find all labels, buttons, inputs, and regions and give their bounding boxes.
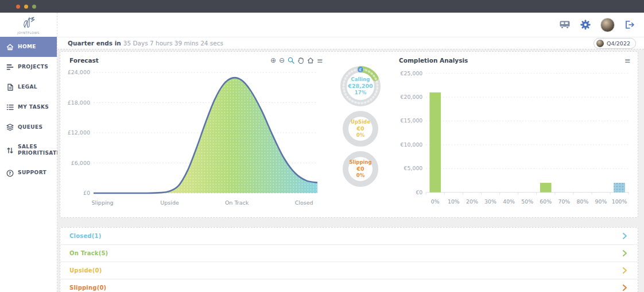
forecast-chart: Forecast ⊕⊖≡ £24,000£18,000£12,000£6,000… (66, 55, 325, 217)
appbar (57, 13, 644, 37)
reset-zoom-icon[interactable] (307, 57, 314, 64)
chart-menu-icon[interactable]: ≡ (317, 57, 323, 64)
completion-title: Completion Analysis (399, 57, 468, 64)
sidebar-item-support[interactable]: ?SUPPORT (0, 163, 57, 183)
sidebar-item-my-tasks[interactable]: MY TASKS (0, 97, 57, 117)
period-selector[interactable]: Q4/2022 (593, 38, 636, 49)
bar-100%[interactable] (614, 183, 625, 193)
accordion-row-on-track[interactable]: On Track(5) (60, 245, 638, 262)
sidebar-item-queues[interactable]: QUEUES (0, 117, 57, 137)
forecast-plot-area[interactable]: £24,000£18,000£12,000£6,000£0SlippingUps… (66, 66, 325, 213)
svg-text:80%: 80% (577, 198, 589, 205)
selection-zoom-icon[interactable] (288, 57, 294, 64)
completion-chart: Completion Analysis ≡ €25,000€20,000€15,… (395, 55, 633, 217)
fleet-icon[interactable] (559, 20, 571, 29)
avatar-photo (600, 18, 615, 32)
tasks-icon (6, 103, 14, 111)
accordion-row-closed[interactable]: Closed(1) (60, 228, 638, 245)
svg-text:€25,000: €25,000 (401, 70, 423, 76)
bar-0%[interactable] (429, 93, 441, 193)
donut-value: €28,200 (348, 83, 373, 90)
svg-text:90%: 90% (595, 198, 607, 205)
zoom-in-icon[interactable]: ⊕ (270, 57, 276, 64)
svg-text:€20,000: €20,000 (401, 94, 423, 100)
accordion-label: Slipping (69, 285, 97, 291)
chevron-right-icon (622, 249, 627, 257)
donut-value: €0 (356, 166, 364, 172)
donut-slipping[interactable]: Slipping €0 0% (342, 151, 379, 187)
sidebar-item-label: LEGAL (18, 84, 37, 90)
svg-text:€15,000: €15,000 (401, 117, 423, 124)
sidebar-item-sales-prioritisation[interactable]: SALES PRIORITISATION (0, 137, 57, 163)
completion-plot-area[interactable]: €25,000€20,000€15,000€10,000€5,000€00%10… (395, 66, 633, 213)
accordion-row-slipping[interactable]: Slipping(0) (60, 279, 638, 292)
sidebar-item-label: PROJECTS (18, 64, 48, 70)
donut-upside[interactable]: UpSide €0 0% (342, 110, 379, 147)
svg-text:Slipping: Slipping (92, 199, 114, 206)
sidebar-item-legal[interactable]: LEGAL (0, 77, 57, 97)
pan-icon[interactable] (297, 57, 304, 64)
svg-text:60%: 60% (540, 198, 552, 205)
bar-60%[interactable] (540, 183, 552, 193)
forecast-title: Forecast (69, 57, 99, 64)
svg-text:10%: 10% (448, 198, 460, 205)
accordion-count: (0) (97, 285, 107, 291)
sidebar-item-projects[interactable]: PROJECTS (0, 57, 57, 77)
countdown-text: 35 Days 7 hours 39 mins 24 secs (123, 40, 223, 47)
accordion-count: (1) (92, 233, 102, 239)
svg-text:70%: 70% (558, 198, 570, 205)
logout-icon[interactable] (624, 20, 635, 29)
accordion-count: (0) (92, 267, 102, 274)
completion-svg: €25,000€20,000€15,000€10,000€5,000€00%10… (395, 66, 633, 210)
accordion-count: (5) (99, 250, 108, 256)
accordion-row-upside[interactable]: Upside(0) (60, 262, 638, 279)
app-logo[interactable]: JOYNTFLOWS (0, 13, 57, 37)
svg-text:£6,000: £6,000 (71, 160, 90, 166)
window-titlebar (0, 0, 644, 13)
quarter-ends-label: Quarter ends in (68, 40, 121, 47)
donut-calling[interactable]: € Calling €28,200 17% (340, 66, 381, 107)
sidebar-item-home[interactable]: HOME (0, 37, 57, 57)
chevron-right-icon (622, 232, 627, 240)
donut-label: Slipping (349, 159, 371, 166)
donut-pct: 0% (356, 132, 364, 139)
sidebar-item-label: HOME (18, 44, 36, 50)
support-icon: ? (6, 170, 14, 177)
window-minimize-button[interactable] (24, 5, 28, 9)
sidebar: JOYNTFLOWS HOMEPROJECTSLEGALMY TASKSQUEU… (0, 13, 57, 292)
svg-text:0%: 0% (431, 198, 440, 205)
zoom-out-icon[interactable]: ⊖ (279, 57, 285, 64)
donut-pct: 0% (356, 172, 364, 179)
status-donuts: € Calling €28,200 17% UpSide €0 0% Slipp… (325, 55, 395, 217)
logo-wordmark: JOYNTFLOWS (17, 31, 40, 34)
accordion-label: Upside (69, 267, 92, 274)
svg-text:30%: 30% (484, 198, 496, 205)
sort-icon (6, 147, 14, 154)
home-icon (6, 43, 14, 51)
donut-value: €0 (356, 125, 364, 132)
donut-pct: 17% (355, 90, 366, 96)
svg-text:?: ? (9, 171, 11, 176)
quarter-countdown: Quarter ends in35 Days 7 hours 39 mins 2… (68, 40, 223, 47)
completion-menu-icon[interactable]: ≡ (624, 56, 631, 65)
forecast-toolbar: ⊕⊖≡ (270, 57, 323, 64)
svg-text:50%: 50% (521, 198, 533, 205)
svg-text:€5,000: €5,000 (404, 165, 423, 171)
svg-text:100%: 100% (612, 198, 627, 205)
projects-icon (6, 63, 14, 71)
queues-icon (6, 124, 14, 131)
accordion-label: Closed (69, 233, 92, 239)
user-avatar[interactable] (600, 18, 615, 32)
svg-text:40%: 40% (503, 198, 515, 205)
window-close-button[interactable] (16, 5, 20, 9)
period-label: Q4/2022 (607, 40, 630, 47)
settings-gear-icon[interactable] (580, 20, 591, 30)
svg-text:£24,000: £24,000 (68, 69, 90, 75)
svg-text:£0: £0 (83, 190, 90, 196)
logo-icon (20, 16, 37, 30)
sidebar-item-label: QUEUES (18, 124, 42, 130)
svg-text:Closed: Closed (295, 199, 313, 206)
period-avatar (596, 40, 604, 47)
accordion-label: On Track (69, 250, 99, 256)
window-zoom-button[interactable] (32, 5, 36, 9)
